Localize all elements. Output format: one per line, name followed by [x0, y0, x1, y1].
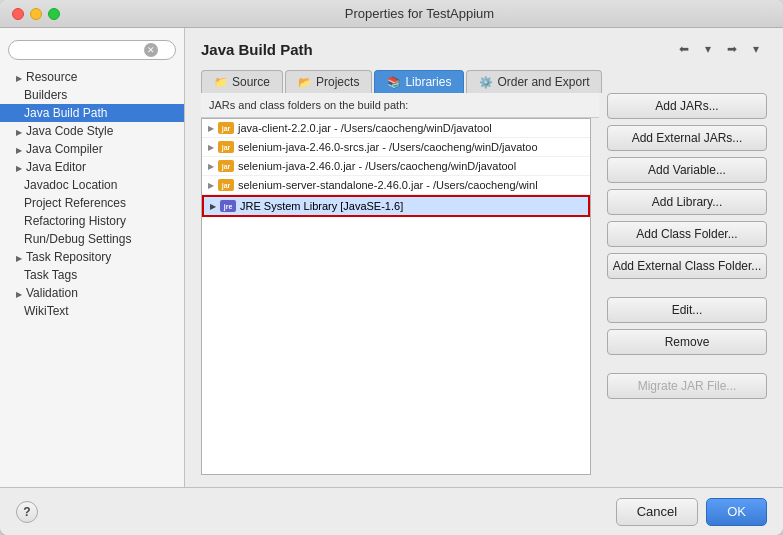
list-item[interactable]: ▶ jar selenium-server-standalone-2.46.0.… — [202, 176, 590, 195]
add-variable-button[interactable]: Add Variable... — [607, 157, 767, 183]
list-item-jre[interactable]: ▶ jre JRE System Library [JavaSE-1.6] — [202, 195, 590, 217]
expand-arrow-icon: ▶ — [208, 143, 214, 152]
forward-icon[interactable]: ➡ — [721, 38, 743, 60]
close-button[interactable] — [12, 8, 24, 20]
tab-libraries-label: Libraries — [405, 75, 451, 89]
sidebar-search-container: ✕ — [8, 40, 176, 60]
list-item-jre-label: JRE System Library [JavaSE-1.6] — [240, 200, 403, 212]
jar-icon: jar — [218, 122, 234, 134]
remove-button[interactable]: Remove — [607, 329, 767, 355]
tab-source-label: Source — [232, 75, 270, 89]
minimize-button[interactable] — [30, 8, 42, 20]
right-panel: Java Build Path ⬅ ▾ ➡ ▾ 📁 Source 📂 Proje… — [185, 28, 783, 487]
edit-button[interactable]: Edit... — [607, 297, 767, 323]
bottom-bar: ? Cancel OK — [0, 487, 783, 535]
add-external-jars-button[interactable]: Add External JARs... — [607, 125, 767, 151]
tabs-bar: 📁 Source 📂 Projects 📚 Libraries ⚙️ Order… — [185, 66, 783, 93]
tab-order-export-label: Order and Export — [497, 75, 589, 89]
expand-arrow-icon: ▶ — [208, 162, 214, 171]
sidebar: ✕ Resource Builders Java Build Path Java… — [0, 28, 185, 487]
cancel-button[interactable]: Cancel — [616, 498, 698, 526]
bottom-buttons: Cancel OK — [616, 498, 767, 526]
tab-projects-label: Projects — [316, 75, 359, 89]
sidebar-item-java-build-path[interactable]: Java Build Path — [0, 104, 184, 122]
add-class-folder-button[interactable]: Add Class Folder... — [607, 221, 767, 247]
sidebar-item-wikitext[interactable]: WikiText — [0, 302, 184, 320]
jar-icon: jar — [218, 160, 234, 172]
sidebar-item-builders[interactable]: Builders — [0, 86, 184, 104]
sidebar-item-javadoc-location[interactable]: Javadoc Location — [0, 176, 184, 194]
buttons-panel: Add JARs... Add External JARs... Add Var… — [607, 93, 767, 475]
ok-button[interactable]: OK — [706, 498, 767, 526]
sidebar-item-task-tags[interactable]: Task Tags — [0, 266, 184, 284]
panel-header-actions: ⬅ ▾ ➡ ▾ — [673, 38, 767, 60]
libraries-tab-icon: 📚 — [387, 76, 401, 89]
panel-title: Java Build Path — [201, 41, 313, 58]
jre-icon: jre — [220, 200, 236, 212]
sidebar-item-task-repository[interactable]: Task Repository — [0, 248, 184, 266]
order-export-tab-icon: ⚙️ — [479, 76, 493, 89]
migrate-jar-button[interactable]: Migrate JAR File... — [607, 373, 767, 399]
list-panel-wrapper: JARs and class folders on the build path… — [201, 93, 599, 475]
sidebar-item-refactoring-history[interactable]: Refactoring History — [0, 212, 184, 230]
add-jars-button[interactable]: Add JARs... — [607, 93, 767, 119]
list-item[interactable]: ▶ jar java-client-2.2.0.jar - /Users/cao… — [202, 119, 590, 138]
maximize-button[interactable] — [48, 8, 60, 20]
main-window: Properties for TestAppium ✕ Resource Bui… — [0, 0, 783, 535]
tab-libraries[interactable]: 📚 Libraries — [374, 70, 464, 93]
expand-arrow-icon: ▶ — [208, 181, 214, 190]
list-header: JARs and class folders on the build path… — [201, 93, 599, 118]
main-content: ✕ Resource Builders Java Build Path Java… — [0, 28, 783, 487]
list-item-label: selenium-java-2.46.0.jar - /Users/caoche… — [238, 160, 516, 172]
list-item-label: selenium-java-2.46.0-srcs.jar - /Users/c… — [238, 141, 538, 153]
sidebar-item-project-references[interactable]: Project References — [0, 194, 184, 212]
list-item-label: java-client-2.2.0.jar - /Users/caocheng/… — [238, 122, 492, 134]
dropdown-icon[interactable]: ▾ — [697, 38, 719, 60]
expand-arrow-icon: ▶ — [210, 202, 216, 211]
sidebar-item-java-code-style[interactable]: Java Code Style — [0, 122, 184, 140]
jar-icon: jar — [218, 179, 234, 191]
sidebar-item-resource[interactable]: Resource — [0, 68, 184, 86]
sidebar-item-java-compiler[interactable]: Java Compiler — [0, 140, 184, 158]
sidebar-item-validation[interactable]: Validation — [0, 284, 184, 302]
list-item-label: selenium-server-standalone-2.46.0.jar - … — [238, 179, 538, 191]
sidebar-item-run-debug-settings[interactable]: Run/Debug Settings — [0, 230, 184, 248]
add-external-class-folder-button[interactable]: Add External Class Folder... — [607, 253, 767, 279]
window-title: Properties for TestAppium — [68, 6, 771, 21]
traffic-lights — [12, 8, 60, 20]
sidebar-item-java-editor[interactable]: Java Editor — [0, 158, 184, 176]
jar-icon: jar — [218, 141, 234, 153]
list-item[interactable]: ▶ jar selenium-java-2.46.0.jar - /Users/… — [202, 157, 590, 176]
dropdown2-icon[interactable]: ▾ — [745, 38, 767, 60]
content-area: JARs and class folders on the build path… — [185, 93, 783, 487]
source-tab-icon: 📁 — [214, 76, 228, 89]
jar-list: ▶ jar java-client-2.2.0.jar - /Users/cao… — [201, 118, 591, 475]
titlebar: Properties for TestAppium — [0, 0, 783, 28]
tab-source[interactable]: 📁 Source — [201, 70, 283, 93]
add-library-button[interactable]: Add Library... — [607, 189, 767, 215]
search-clear-button[interactable]: ✕ — [144, 43, 158, 57]
panel-header: Java Build Path ⬅ ▾ ➡ ▾ — [185, 28, 783, 66]
tab-order-export[interactable]: ⚙️ Order and Export — [466, 70, 602, 93]
help-button[interactable]: ? — [16, 501, 38, 523]
back-icon[interactable]: ⬅ — [673, 38, 695, 60]
projects-tab-icon: 📂 — [298, 76, 312, 89]
tab-projects[interactable]: 📂 Projects — [285, 70, 372, 93]
list-item[interactable]: ▶ jar selenium-java-2.46.0-srcs.jar - /U… — [202, 138, 590, 157]
expand-arrow-icon: ▶ — [208, 124, 214, 133]
